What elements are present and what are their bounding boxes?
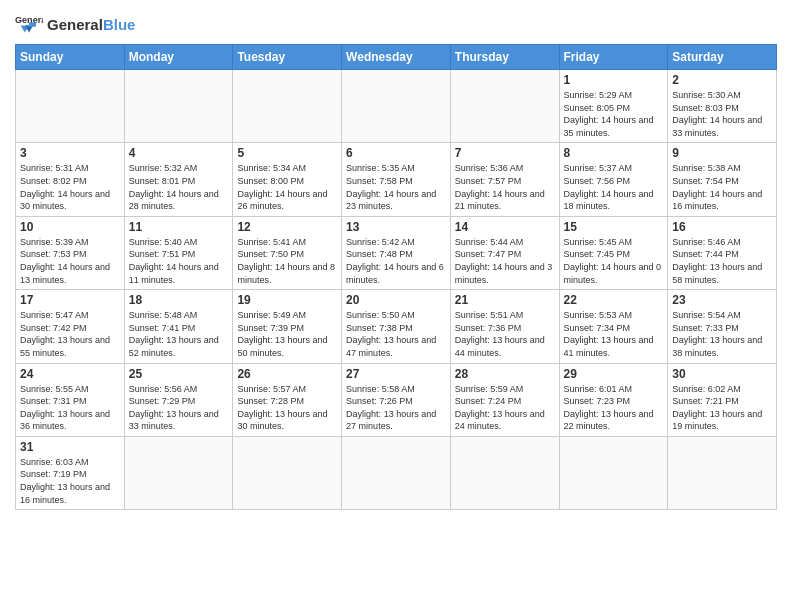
day-number: 26: [237, 367, 337, 381]
calendar-cell: 9Sunrise: 5:38 AM Sunset: 7:54 PM Daylig…: [668, 143, 777, 216]
calendar-cell: [124, 70, 233, 143]
day-info: Sunrise: 6:03 AM Sunset: 7:19 PM Dayligh…: [20, 456, 120, 506]
day-info: Sunrise: 5:46 AM Sunset: 7:44 PM Dayligh…: [672, 236, 772, 286]
day-number: 29: [564, 367, 664, 381]
day-number: 31: [20, 440, 120, 454]
calendar-cell: 13Sunrise: 5:42 AM Sunset: 7:48 PM Dayli…: [342, 216, 451, 289]
logo-text: GeneralBlue: [47, 17, 135, 32]
calendar-week-row: 3Sunrise: 5:31 AM Sunset: 8:02 PM Daylig…: [16, 143, 777, 216]
day-number: 3: [20, 146, 120, 160]
day-info: Sunrise: 5:40 AM Sunset: 7:51 PM Dayligh…: [129, 236, 229, 286]
day-number: 24: [20, 367, 120, 381]
day-number: 8: [564, 146, 664, 160]
day-number: 4: [129, 146, 229, 160]
day-info: Sunrise: 5:35 AM Sunset: 7:58 PM Dayligh…: [346, 162, 446, 212]
calendar-cell: 7Sunrise: 5:36 AM Sunset: 7:57 PM Daylig…: [450, 143, 559, 216]
calendar-header-row: SundayMondayTuesdayWednesdayThursdayFrid…: [16, 45, 777, 70]
calendar-cell: 21Sunrise: 5:51 AM Sunset: 7:36 PM Dayli…: [450, 290, 559, 363]
calendar-table: SundayMondayTuesdayWednesdayThursdayFrid…: [15, 44, 777, 510]
day-number: 1: [564, 73, 664, 87]
day-number: 19: [237, 293, 337, 307]
calendar-cell: 15Sunrise: 5:45 AM Sunset: 7:45 PM Dayli…: [559, 216, 668, 289]
calendar-cell: 28Sunrise: 5:59 AM Sunset: 7:24 PM Dayli…: [450, 363, 559, 436]
calendar-cell: 5Sunrise: 5:34 AM Sunset: 8:00 PM Daylig…: [233, 143, 342, 216]
calendar-cell: 10Sunrise: 5:39 AM Sunset: 7:53 PM Dayli…: [16, 216, 125, 289]
day-info: Sunrise: 5:54 AM Sunset: 7:33 PM Dayligh…: [672, 309, 772, 359]
calendar-cell: [233, 436, 342, 509]
calendar-day-header: Friday: [559, 45, 668, 70]
calendar-cell: 6Sunrise: 5:35 AM Sunset: 7:58 PM Daylig…: [342, 143, 451, 216]
day-number: 10: [20, 220, 120, 234]
calendar-cell: 30Sunrise: 6:02 AM Sunset: 7:21 PM Dayli…: [668, 363, 777, 436]
day-info: Sunrise: 5:57 AM Sunset: 7:28 PM Dayligh…: [237, 383, 337, 433]
day-info: Sunrise: 5:53 AM Sunset: 7:34 PM Dayligh…: [564, 309, 664, 359]
day-number: 28: [455, 367, 555, 381]
calendar-day-header: Saturday: [668, 45, 777, 70]
day-number: 30: [672, 367, 772, 381]
day-number: 20: [346, 293, 446, 307]
day-info: Sunrise: 5:30 AM Sunset: 8:03 PM Dayligh…: [672, 89, 772, 139]
calendar-week-row: 17Sunrise: 5:47 AM Sunset: 7:42 PM Dayli…: [16, 290, 777, 363]
day-number: 12: [237, 220, 337, 234]
calendar-cell: [233, 70, 342, 143]
day-info: Sunrise: 5:56 AM Sunset: 7:29 PM Dayligh…: [129, 383, 229, 433]
day-info: Sunrise: 5:41 AM Sunset: 7:50 PM Dayligh…: [237, 236, 337, 286]
calendar-cell: 8Sunrise: 5:37 AM Sunset: 7:56 PM Daylig…: [559, 143, 668, 216]
day-info: Sunrise: 5:32 AM Sunset: 8:01 PM Dayligh…: [129, 162, 229, 212]
calendar-cell: 29Sunrise: 6:01 AM Sunset: 7:23 PM Dayli…: [559, 363, 668, 436]
calendar-week-row: 24Sunrise: 5:55 AM Sunset: 7:31 PM Dayli…: [16, 363, 777, 436]
day-info: Sunrise: 5:36 AM Sunset: 7:57 PM Dayligh…: [455, 162, 555, 212]
day-info: Sunrise: 5:31 AM Sunset: 8:02 PM Dayligh…: [20, 162, 120, 212]
day-number: 22: [564, 293, 664, 307]
calendar-cell: [124, 436, 233, 509]
calendar-week-row: 1Sunrise: 5:29 AM Sunset: 8:05 PM Daylig…: [16, 70, 777, 143]
day-info: Sunrise: 5:50 AM Sunset: 7:38 PM Dayligh…: [346, 309, 446, 359]
calendar-cell: 14Sunrise: 5:44 AM Sunset: 7:47 PM Dayli…: [450, 216, 559, 289]
calendar-cell: 16Sunrise: 5:46 AM Sunset: 7:44 PM Dayli…: [668, 216, 777, 289]
day-number: 5: [237, 146, 337, 160]
day-info: Sunrise: 5:29 AM Sunset: 8:05 PM Dayligh…: [564, 89, 664, 139]
day-info: Sunrise: 5:47 AM Sunset: 7:42 PM Dayligh…: [20, 309, 120, 359]
calendar-cell: [342, 436, 451, 509]
calendar-cell: [16, 70, 125, 143]
calendar-cell: 26Sunrise: 5:57 AM Sunset: 7:28 PM Dayli…: [233, 363, 342, 436]
calendar-cell: 18Sunrise: 5:48 AM Sunset: 7:41 PM Dayli…: [124, 290, 233, 363]
day-info: Sunrise: 5:42 AM Sunset: 7:48 PM Dayligh…: [346, 236, 446, 286]
day-number: 2: [672, 73, 772, 87]
day-info: Sunrise: 6:01 AM Sunset: 7:23 PM Dayligh…: [564, 383, 664, 433]
calendar-day-header: Tuesday: [233, 45, 342, 70]
calendar-cell: 2Sunrise: 5:30 AM Sunset: 8:03 PM Daylig…: [668, 70, 777, 143]
calendar-cell: 25Sunrise: 5:56 AM Sunset: 7:29 PM Dayli…: [124, 363, 233, 436]
day-info: Sunrise: 5:44 AM Sunset: 7:47 PM Dayligh…: [455, 236, 555, 286]
calendar-cell: 17Sunrise: 5:47 AM Sunset: 7:42 PM Dayli…: [16, 290, 125, 363]
calendar-cell: [450, 436, 559, 509]
day-info: Sunrise: 5:49 AM Sunset: 7:39 PM Dayligh…: [237, 309, 337, 359]
day-number: 25: [129, 367, 229, 381]
day-number: 15: [564, 220, 664, 234]
day-number: 14: [455, 220, 555, 234]
day-number: 13: [346, 220, 446, 234]
calendar-cell: 1Sunrise: 5:29 AM Sunset: 8:05 PM Daylig…: [559, 70, 668, 143]
calendar-cell: 11Sunrise: 5:40 AM Sunset: 7:51 PM Dayli…: [124, 216, 233, 289]
day-info: Sunrise: 5:45 AM Sunset: 7:45 PM Dayligh…: [564, 236, 664, 286]
calendar-cell: [668, 436, 777, 509]
calendar-cell: 24Sunrise: 5:55 AM Sunset: 7:31 PM Dayli…: [16, 363, 125, 436]
day-number: 16: [672, 220, 772, 234]
day-number: 17: [20, 293, 120, 307]
svg-text:General: General: [15, 15, 43, 25]
calendar-cell: 19Sunrise: 5:49 AM Sunset: 7:39 PM Dayli…: [233, 290, 342, 363]
svg-rect-3: [29, 23, 36, 27]
calendar-cell: 23Sunrise: 5:54 AM Sunset: 7:33 PM Dayli…: [668, 290, 777, 363]
calendar-cell: 4Sunrise: 5:32 AM Sunset: 8:01 PM Daylig…: [124, 143, 233, 216]
day-number: 23: [672, 293, 772, 307]
day-info: Sunrise: 5:59 AM Sunset: 7:24 PM Dayligh…: [455, 383, 555, 433]
day-info: Sunrise: 5:37 AM Sunset: 7:56 PM Dayligh…: [564, 162, 664, 212]
calendar-cell: [559, 436, 668, 509]
page-header: General GeneralBlue: [15, 10, 777, 38]
calendar-cell: 3Sunrise: 5:31 AM Sunset: 8:02 PM Daylig…: [16, 143, 125, 216]
calendar-cell: [342, 70, 451, 143]
day-info: Sunrise: 5:34 AM Sunset: 8:00 PM Dayligh…: [237, 162, 337, 212]
calendar-cell: 27Sunrise: 5:58 AM Sunset: 7:26 PM Dayli…: [342, 363, 451, 436]
day-number: 21: [455, 293, 555, 307]
calendar-week-row: 31Sunrise: 6:03 AM Sunset: 7:19 PM Dayli…: [16, 436, 777, 509]
